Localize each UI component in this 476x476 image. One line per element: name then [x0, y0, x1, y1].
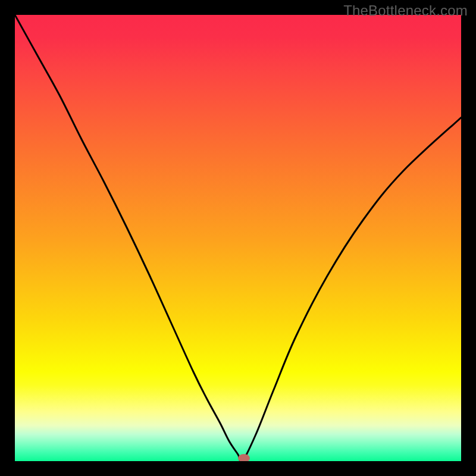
watermark-text: TheBottleneck.com: [343, 2, 468, 19]
curve-svg: [15, 15, 461, 461]
bottleneck-curve: [15, 15, 461, 461]
plot-area: [15, 15, 461, 461]
optimum-marker: [238, 454, 250, 461]
chart-frame: TheBottleneck.com: [0, 0, 476, 476]
